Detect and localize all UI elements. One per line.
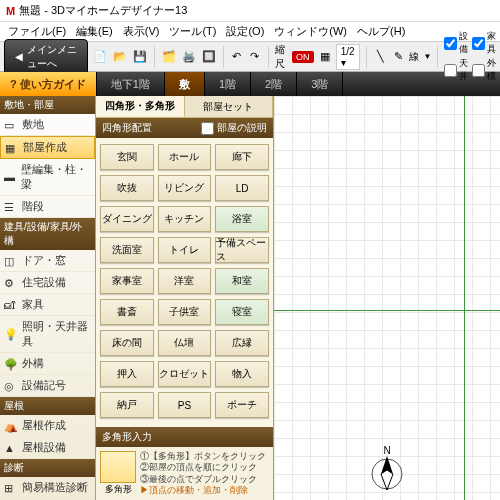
- palette-tab-roomset[interactable]: 部屋セット: [185, 96, 274, 117]
- zoom-label: 縮尺: [275, 43, 289, 71]
- room-button[interactable]: 洗面室: [100, 237, 154, 263]
- site-icon: ▭: [4, 119, 18, 131]
- floor-tab-site[interactable]: 敷: [165, 72, 205, 96]
- zoom-select[interactable]: 1/2 ▾: [336, 44, 361, 70]
- svg-marker-2: [381, 470, 393, 490]
- room-button[interactable]: リビング: [158, 175, 212, 201]
- menu-settings[interactable]: 設定(O): [222, 22, 268, 41]
- palette-tab-shapes[interactable]: 四角形・多角形: [96, 96, 185, 117]
- room-icon: ▦: [5, 142, 19, 154]
- floor-tab-3f[interactable]: 3階: [297, 72, 343, 96]
- floor-tab-1f[interactable]: 1階: [205, 72, 251, 96]
- menu-window[interactable]: ウィンドウ(W): [270, 22, 351, 41]
- wall-icon: ▬: [4, 171, 17, 183]
- nav-header-roof: 屋根: [0, 397, 95, 415]
- check-equip[interactable]: 設備: [444, 30, 468, 56]
- room-button[interactable]: 玄関: [100, 144, 154, 170]
- polygon-label: 多角形: [100, 483, 136, 496]
- new-icon[interactable]: 📄: [92, 47, 108, 67]
- layer-checks-2: 家具 外構: [472, 30, 496, 83]
- redo-icon[interactable]: ↷: [248, 47, 262, 67]
- menu-help[interactable]: ヘルプ(H): [353, 22, 409, 41]
- crosshair-vertical: [464, 96, 465, 500]
- symbol-icon: ◎: [4, 380, 18, 392]
- line-tool-icon[interactable]: ╲: [373, 47, 387, 67]
- menu-tool[interactable]: ツール(T): [165, 22, 220, 41]
- nav-item-stairs[interactable]: ☰階段: [0, 196, 95, 218]
- menu-view[interactable]: 表示(V): [119, 22, 164, 41]
- room-button[interactable]: 床の間: [100, 330, 154, 356]
- nav-item-door[interactable]: ◫ドア・窓: [0, 250, 95, 272]
- check-ceiling[interactable]: 天井: [444, 57, 468, 83]
- room-button[interactable]: クロゼット: [158, 361, 212, 387]
- nav-item-symbols[interactable]: ◎設備記号: [0, 375, 95, 397]
- nav-item-exterior[interactable]: 🌳外構: [0, 353, 95, 375]
- room-button[interactable]: 広縁: [215, 330, 269, 356]
- polygon-icon[interactable]: [100, 451, 136, 483]
- nav-item-site[interactable]: ▭敷地: [0, 114, 95, 136]
- polygon-body: 多角形 ①【多角形】ボタンをクリック ②部屋の頂点を順にクリック ③最後の点でダ…: [96, 447, 273, 500]
- room-button[interactable]: 廊下: [215, 144, 269, 170]
- room-button[interactable]: LD: [215, 175, 269, 201]
- check-furniture[interactable]: 家具: [472, 30, 496, 56]
- room-button[interactable]: 物入: [215, 361, 269, 387]
- nav-item-room[interactable]: ▦部屋作成: [0, 136, 95, 159]
- nav-header-fixtures: 建具/設備/家具/外構: [0, 218, 95, 250]
- check-exterior[interactable]: 外構: [472, 57, 496, 83]
- svg-text:N: N: [383, 445, 390, 456]
- nav-item-furniture[interactable]: 🛋家具: [0, 294, 95, 316]
- folder-icon[interactable]: 🗂️: [161, 47, 177, 67]
- door-icon: ◫: [4, 255, 18, 267]
- room-button[interactable]: 予備スペース: [215, 237, 269, 263]
- room-button[interactable]: PS: [158, 392, 212, 418]
- room-button[interactable]: 仏壇: [158, 330, 212, 356]
- polygon-header: 多角形入力: [96, 427, 273, 447]
- room-button[interactable]: キッチン: [158, 206, 212, 232]
- room-button[interactable]: 子供室: [158, 299, 212, 325]
- room-grid: 玄関ホール廊下吹抜リビングLDダイニングキッチン浴室洗面室トイレ予備スペース家事…: [96, 138, 273, 427]
- nav-item-roof[interactable]: ⛺屋根作成: [0, 415, 95, 437]
- grid-background: [274, 96, 500, 500]
- room-button[interactable]: 押入: [100, 361, 154, 387]
- zoom-on-badge[interactable]: ON: [292, 51, 314, 63]
- dropdown-icon[interactable]: ▼: [423, 52, 431, 61]
- crosshair-horizontal: [274, 310, 500, 311]
- floor-tab-b1[interactable]: 地下1階: [97, 72, 165, 96]
- room-button[interactable]: 書斎: [100, 299, 154, 325]
- room-button[interactable]: 寝室: [215, 299, 269, 325]
- room-button[interactable]: トイレ: [158, 237, 212, 263]
- room-button[interactable]: ポーチ: [215, 392, 269, 418]
- polygon-steps: ①【多角形】ボタンをクリック ②部屋の頂点を順にクリック ③最後の点でダブルクリ…: [140, 451, 266, 495]
- nav-item-wall[interactable]: ▬壁編集・柱・梁: [0, 159, 95, 196]
- undo-icon[interactable]: ↶: [230, 47, 244, 67]
- room-button[interactable]: 吹抜: [100, 175, 154, 201]
- room-button[interactable]: 和室: [215, 268, 269, 294]
- grid-icon[interactable]: ▦: [318, 47, 332, 67]
- room-button[interactable]: 洋室: [158, 268, 212, 294]
- floor-tab-2f[interactable]: 2階: [251, 72, 297, 96]
- print-icon[interactable]: 🖨️: [181, 47, 197, 67]
- open-icon[interactable]: 📂: [112, 47, 128, 67]
- room-desc-check[interactable]: 部屋の説明: [201, 121, 267, 135]
- room-button[interactable]: ダイニング: [100, 206, 154, 232]
- save-icon[interactable]: 💾: [132, 47, 148, 67]
- room-button[interactable]: 納戸: [100, 392, 154, 418]
- pen-tool-icon[interactable]: ✎: [391, 47, 405, 67]
- nav-item-struct[interactable]: ⊞簡易構造診断: [0, 477, 95, 499]
- nav-tree: 敷地・部屋 ▭敷地 ▦部屋作成 ▬壁編集・柱・梁 ☰階段 建具/設備/家具/外構…: [0, 96, 96, 500]
- layer-checks: 設備 天井: [444, 30, 468, 83]
- zoom-fit-icon[interactable]: 🔲: [201, 47, 217, 67]
- main-menu-button[interactable]: ◀ メインメニューへ: [4, 39, 88, 75]
- nav-item-roofequip[interactable]: ▲屋根設備: [0, 437, 95, 459]
- room-button[interactable]: 家事室: [100, 268, 154, 294]
- nav-item-equip[interactable]: ⚙住宅設備: [0, 272, 95, 294]
- room-button[interactable]: 浴室: [215, 206, 269, 232]
- nav-header-site: 敷地・部屋: [0, 96, 95, 114]
- light-icon: 💡: [4, 328, 18, 340]
- drawing-canvas[interactable]: N: [274, 96, 500, 500]
- nav-item-light[interactable]: 💡照明・天井器具: [0, 316, 95, 353]
- room-palette: 四角形・多角形 部屋セット 四角形配置 部屋の説明 玄関ホール廊下吹抜リビングL…: [96, 96, 274, 500]
- room-button[interactable]: ホール: [158, 144, 212, 170]
- help-guide-button[interactable]: ? 使い方ガイド: [0, 72, 97, 96]
- floor-bar: ? 使い方ガイド 地下1階 敷 1階 2階 3階: [0, 72, 500, 96]
